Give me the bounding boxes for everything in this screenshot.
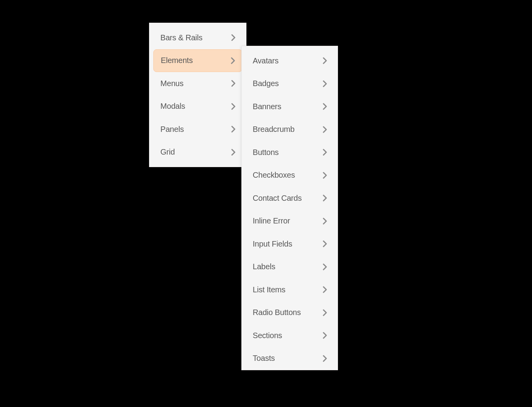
- submenu-item-banners[interactable]: Banners: [246, 95, 334, 118]
- menu-item-label: Modals: [160, 102, 185, 111]
- chevron-right-icon: [321, 80, 329, 88]
- menu-item-label: Radio Buttons: [253, 308, 301, 317]
- menu-item-label: Sections: [253, 331, 282, 340]
- menu-item-label: Bars & Rails: [160, 33, 203, 42]
- menu-item-elements[interactable]: Elements: [153, 49, 242, 72]
- menu-item-label: Elements: [161, 56, 193, 65]
- submenu-item-contact-cards[interactable]: Contact Cards: [246, 187, 334, 210]
- submenu-item-labels[interactable]: Labels: [246, 256, 334, 279]
- chevron-right-icon: [230, 148, 237, 156]
- menu-item-menus[interactable]: Menus: [153, 72, 242, 95]
- menu-item-modals[interactable]: Modals: [153, 95, 242, 118]
- chevron-right-icon: [321, 286, 329, 294]
- submenu-item-avatars[interactable]: Avatars: [246, 49, 334, 72]
- chevron-right-icon: [321, 171, 329, 179]
- menu-item-label: Labels: [253, 262, 275, 271]
- submenu-item-checkboxes[interactable]: Checkboxes: [246, 164, 334, 187]
- chevron-right-icon: [321, 126, 329, 133]
- menu-item-label: Panels: [160, 125, 184, 134]
- submenu-item-sections[interactable]: Sections: [246, 324, 334, 347]
- menu-item-label: Inline Error: [253, 216, 290, 225]
- menu-item-label: Badges: [253, 79, 279, 88]
- chevron-right-icon: [230, 79, 237, 87]
- chevron-right-icon: [230, 125, 237, 133]
- chevron-right-icon: [321, 194, 329, 202]
- menu-item-label: Menus: [160, 79, 183, 88]
- menu-item-label: Buttons: [253, 148, 279, 157]
- submenu-item-breadcrumb[interactable]: Breadcrumb: [246, 118, 334, 141]
- submenu-item-toasts[interactable]: Toasts: [246, 347, 334, 370]
- menu-item-grid[interactable]: Grid: [153, 141, 242, 164]
- menu-item-panels[interactable]: Panels: [153, 118, 242, 141]
- menu-item-label: Banners: [253, 102, 281, 111]
- chevron-right-icon: [321, 103, 329, 110]
- chevron-right-icon: [229, 57, 237, 65]
- chevron-right-icon: [321, 148, 329, 156]
- chevron-right-icon: [230, 34, 237, 41]
- submenu-item-badges[interactable]: Badges: [246, 72, 334, 95]
- menu-item-label: Avatars: [253, 56, 279, 65]
- menu-item-label: Input Fields: [253, 240, 292, 249]
- chevron-right-icon: [321, 217, 329, 225]
- submenu-item-radio-buttons[interactable]: Radio Buttons: [246, 301, 334, 324]
- chevron-right-icon: [321, 263, 329, 271]
- chevron-right-icon: [321, 57, 329, 65]
- menu-item-bars-and-rails[interactable]: Bars & Rails: [153, 26, 242, 49]
- chevron-right-icon: [321, 355, 329, 362]
- menu-item-label: Toasts: [253, 354, 275, 363]
- primary-menu-panel: Bars & Rails Elements Menus Modals Panel…: [149, 23, 246, 167]
- menu-item-label: List Items: [253, 285, 286, 294]
- menu-item-label: Checkboxes: [253, 171, 295, 180]
- menu-item-label: Grid: [160, 148, 175, 157]
- chevron-right-icon: [321, 331, 329, 339]
- chevron-right-icon: [321, 240, 329, 248]
- submenu-item-inline-error[interactable]: Inline Error: [246, 210, 334, 233]
- submenu-item-input-fields[interactable]: Input Fields: [246, 232, 334, 256]
- chevron-right-icon: [321, 309, 329, 317]
- secondary-menu-panel: Avatars Badges Banners Breadcrumb Button…: [241, 46, 338, 370]
- menu-item-label: Contact Cards: [253, 194, 302, 203]
- menu-item-label: Breadcrumb: [253, 125, 295, 134]
- submenu-item-buttons[interactable]: Buttons: [246, 141, 334, 164]
- submenu-item-list-items[interactable]: List Items: [246, 278, 334, 301]
- chevron-right-icon: [230, 103, 237, 110]
